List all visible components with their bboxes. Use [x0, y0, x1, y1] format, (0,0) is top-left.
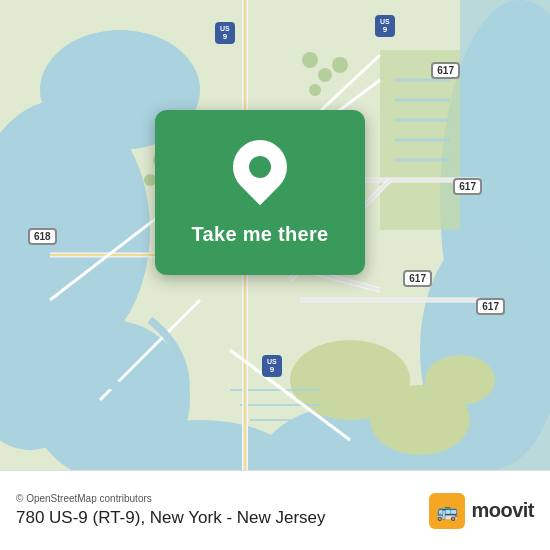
badge-us9-top: US 9: [215, 22, 235, 44]
badge-617-lower2: 617: [476, 298, 505, 315]
badge-617-lower1: 617: [403, 270, 432, 287]
svg-point-44: [332, 57, 348, 73]
badge-us9-upper-right: US 9: [375, 15, 395, 37]
moovit-logo: 🚌 moovit: [429, 493, 534, 529]
badge-617-upper: 617: [431, 62, 460, 79]
badge-618-left: 618: [28, 228, 57, 245]
badge-617-mid: 617: [453, 178, 482, 195]
svg-point-12: [425, 355, 495, 405]
moovit-text: moovit: [471, 499, 534, 522]
location-pin-icon: [233, 140, 288, 205]
svg-point-43: [318, 68, 332, 82]
location-title: 780 US-9 (RT-9), New York - New Jersey: [16, 508, 326, 528]
take-me-there-button[interactable]: Take me there: [192, 223, 329, 246]
map-container: US 9 US 9 625 617 617 617 617 618 618 US…: [0, 0, 550, 470]
bottom-bar: © OpenStreetMap contributors 780 US-9 (R…: [0, 470, 550, 550]
badge-us9-bottom: US 9: [262, 355, 282, 377]
svg-point-45: [309, 84, 321, 96]
moovit-bus-icon: 🚌: [429, 493, 465, 529]
attribution-text: © OpenStreetMap contributors: [16, 493, 326, 504]
svg-point-42: [302, 52, 318, 68]
take-me-there-card[interactable]: Take me there: [155, 110, 365, 275]
bottom-info: © OpenStreetMap contributors 780 US-9 (R…: [16, 493, 326, 528]
